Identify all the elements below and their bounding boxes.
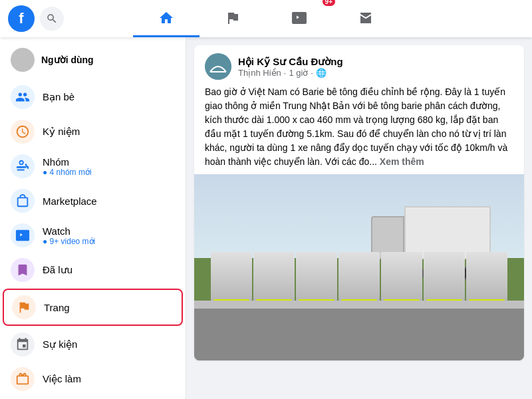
sidebar-item-pages[interactable]: Trang [3, 289, 183, 326]
main-layout: Người dùng Bạn bè Kỷ niệm [0, 37, 532, 399]
sidebar-item-watch[interactable]: Watch ● 9+ video mới [3, 218, 183, 253]
post-body: Bao giờ ở Việt Nam có Barie bê tông điều… [194, 85, 524, 174]
sidebar-item-groups[interactable]: Nhóm ● 4 nhóm mới [3, 149, 183, 184]
guardrail [194, 301, 524, 309]
watch-icon [291, 10, 307, 26]
jobs-label: Việc làm [43, 373, 175, 385]
pages-text: Trang [44, 302, 174, 313]
events-label: Sự kiện [43, 338, 175, 350]
post-subtitle: Thịnh Hiền · 1 giờ · 🌐 [238, 68, 513, 78]
sidebar-item-jobs[interactable]: Việc làm [3, 362, 183, 396]
friends-text: Bạn bè [43, 91, 175, 103]
nav-tab-flag[interactable] [200, 0, 266, 37]
events-text: Sự kiện [43, 338, 175, 350]
post-author: Hội Kỹ Sư Cầu Đường [238, 56, 513, 68]
marketplace-label: Marketplace [43, 196, 175, 207]
post-dot2: · [311, 68, 313, 78]
nav-tab-store[interactable] [332, 0, 399, 37]
sidebar: Người dùng Bạn bè Kỷ niệm [0, 37, 186, 399]
watch-text: Watch ● 9+ video mới [43, 225, 175, 246]
memories-label: Kỷ niệm [43, 126, 175, 138]
pages-label: Trang [44, 302, 174, 313]
post-dot: · [284, 68, 287, 78]
barrier-6 [424, 252, 465, 309]
sidebar-item-saved[interactable]: Đã lưu [3, 253, 183, 287]
top-navigation: f 9+ [0, 0, 532, 37]
user-avatar [11, 48, 35, 72]
nav-center: 9+ [133, 0, 399, 37]
user-name: Người dùng [41, 55, 94, 65]
barrier-7 [466, 252, 507, 309]
barrier-row [211, 242, 507, 309]
post-avatar [205, 53, 231, 80]
jobs-text: Việc làm [43, 373, 175, 385]
post-image [194, 174, 524, 360]
content-area: Hội Kỹ Sư Cầu Đường Thịnh Hiền · 1 giờ ·… [186, 37, 532, 399]
home-icon [158, 10, 174, 26]
friends-label: Bạn bè [43, 91, 175, 103]
barrier-1 [211, 252, 252, 309]
post-meta: Hội Kỹ Sư Cầu Đường Thịnh Hiền · 1 giờ ·… [238, 56, 513, 78]
nav-tab-home[interactable] [133, 0, 200, 37]
post-text: Bao giờ ở Việt Nam có Barie bê tông điều… [205, 86, 507, 167]
road-bg [194, 305, 524, 360]
watch-icon-sidebar [11, 223, 35, 247]
nav-tab-watch[interactable]: 9+ [266, 0, 332, 37]
post-author-name: Thịnh Hiền [238, 68, 281, 78]
nav-left: f [8, 5, 133, 32]
friends-icon [11, 85, 35, 109]
post-time: 1 giờ [289, 68, 308, 78]
sidebar-item-memories[interactable]: Kỷ niệm [3, 114, 183, 149]
post-header: Hội Kỹ Sư Cầu Đường Thịnh Hiền · 1 giờ ·… [194, 45, 524, 85]
search-button[interactable] [40, 7, 64, 31]
groups-sub: ● 4 nhóm mới [43, 168, 175, 177]
saved-text: Đã lưu [43, 264, 175, 276]
see-more-button[interactable]: Xem thêm [380, 156, 424, 167]
road-scene [194, 174, 524, 360]
facebook-logo[interactable]: f [8, 5, 35, 32]
sidebar-item-friends[interactable]: Bạn bè [3, 80, 183, 114]
store-icon [358, 10, 374, 26]
barrier-3 [296, 252, 337, 309]
barrier-4 [338, 252, 380, 309]
flag-icon [225, 10, 241, 26]
pages-icon [12, 295, 36, 319]
memories-text: Kỷ niệm [43, 126, 175, 138]
saved-label: Đã lưu [43, 264, 175, 276]
post-card: Hội Kỹ Sư Cầu Đường Thịnh Hiền · 1 giờ ·… [194, 45, 524, 360]
jobs-icon [11, 367, 35, 391]
marketplace-text: Marketplace [43, 196, 175, 207]
watch-label: Watch [43, 225, 175, 237]
memories-icon [11, 120, 35, 144]
barrier-5 [381, 252, 422, 309]
barrier-2 [253, 252, 295, 309]
search-icon [46, 13, 58, 25]
sidebar-item-marketplace[interactable]: Marketplace [3, 184, 183, 218]
marketplace-icon [11, 189, 35, 213]
groups-icon [11, 154, 35, 178]
user-profile[interactable]: Người dùng [3, 43, 183, 77]
groups-text: Nhóm ● 4 nhóm mới [43, 156, 175, 177]
post-globe-icon: 🌐 [316, 68, 327, 78]
saved-icon [11, 258, 35, 282]
sidebar-item-events[interactable]: Sự kiện [3, 327, 183, 362]
watch-sub: ● 9+ video mới [43, 237, 175, 246]
groups-label: Nhóm [43, 156, 175, 168]
events-icon [11, 332, 35, 356]
